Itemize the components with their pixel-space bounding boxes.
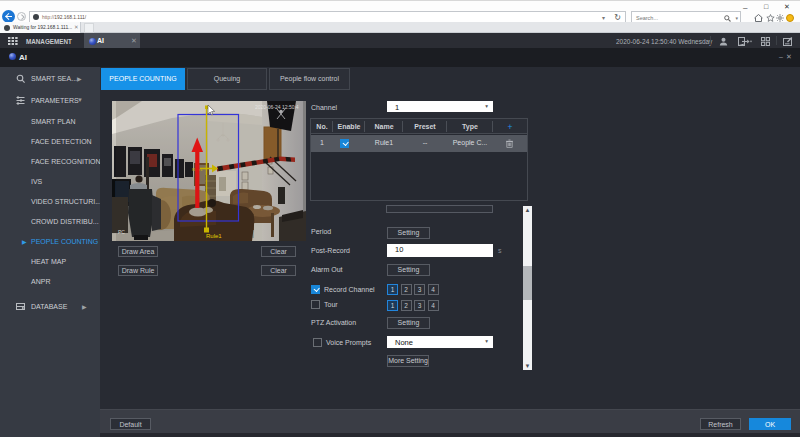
svg-text:PC: PC — [118, 229, 125, 235]
svg-text:Rule1: Rule1 — [206, 233, 222, 239]
svg-text:2020-06-24 12:50:4: 2020-06-24 12:50:4 — [255, 104, 299, 110]
